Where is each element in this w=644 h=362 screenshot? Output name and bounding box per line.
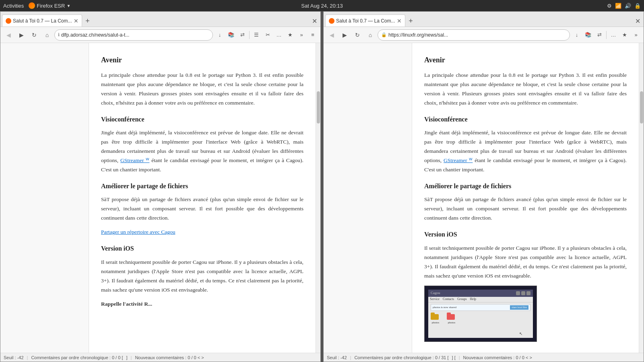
left-sync-button[interactable]: ⇄ [237, 30, 248, 40]
taskbar: Activities Firefox ESR ▼ Sat Aug 24, 20:… [0, 0, 644, 11]
right-tab-title: Salut à Toi 0.7 — La Com... [336, 18, 395, 24]
right-scroll-thumb[interactable] [640, 91, 643, 123]
right-nouveaux: Nouveaux commentaires : 0 / 0 < > [463, 355, 532, 360]
left-avenir-heading: Avenir [101, 54, 303, 66]
right-ios-text: Il serait techniquement possible de port… [424, 244, 627, 281]
right-visioconference-text: Jingle étant déjà implémenté, la visioco… [424, 128, 627, 175]
right-forward-button[interactable]: ▶ [339, 29, 350, 41]
left-browser-close[interactable]: ✕ [310, 17, 319, 25]
lock-icon[interactable]: 🔒 [634, 3, 641, 9]
right-reload-button[interactable]: ↻ [352, 29, 363, 41]
right-gstreamer-link[interactable]: GStreamer ᵂ [444, 157, 473, 163]
right-commentaires: Commentaires par ordre chronologique : 0… [354, 355, 448, 360]
left-visioconference-heading: Visioconférence [101, 114, 303, 125]
left-gstreamer-link[interactable]: GStreamer ᵂ [120, 157, 149, 163]
left-tab-close[interactable]: ✕ [74, 18, 78, 24]
right-security-icon: 🔒 [381, 32, 387, 37]
network-icon[interactable]: 📶 [615, 3, 621, 9]
left-scroll-thumb[interactable] [317, 91, 320, 123]
right-bookmarks-button[interactable]: 📚 [583, 30, 593, 40]
left-address-bar[interactable]: ℹ dlfp.adorsaz.ch/news/salut-a-t... [54, 29, 213, 41]
right-article-sidebar [324, 43, 412, 353]
right-sync-button[interactable]: ⇄ [594, 30, 605, 40]
left-content-area: Avenir La principale chose attendue pour… [0, 43, 320, 353]
thumb-max-btn [521, 291, 525, 295]
left-commentaires: Commentaires par ordre chronologique : 0… [31, 355, 123, 360]
left-article-sidebar [0, 43, 89, 353]
right-ameliorer-text: SàT propose déjà un partage de fichiers … [424, 195, 627, 223]
toolbar-separator [249, 31, 250, 39]
right-content-area: Avenir La principale chose attendue pour… [324, 43, 644, 353]
left-avenir-text: La principale chose attendue pour la 0.8… [101, 71, 303, 108]
left-tab-favicon [6, 18, 11, 24]
firefox-taskbar-item[interactable]: Firefox ESR ▼ [29, 2, 70, 9]
left-more-button[interactable]: … [274, 30, 284, 40]
right-bracket-open: ] [ [452, 355, 456, 360]
left-partager-link[interactable]: Partager un répertoire avec Cagou [101, 229, 175, 235]
right-download-button[interactable]: ↓ [572, 30, 582, 40]
thumb-folder2: photos [447, 313, 456, 325]
right-visioconference-heading: Visioconférence [424, 114, 627, 125]
left-reload-button[interactable]: ↻ [29, 29, 40, 41]
left-forward-button[interactable]: ▶ [16, 29, 27, 41]
right-tab-bar: Salut à Toi 0.7 — La Com... ✕ + ✕ [324, 12, 644, 27]
left-tab-active[interactable]: Salut à Toi 0.7 — La Com... ✕ [2, 14, 82, 27]
left-browser: Salut à Toi 0.7 — La Com... ✕ + ✕ ◀ ▶ ↻ … [0, 11, 321, 362]
right-address-bar[interactable]: 🔒 https://linuxfr.org/news/sal... [378, 29, 570, 41]
left-menu-button[interactable]: ≡ [308, 30, 318, 40]
clock: Sat Aug 24, 20:13 [301, 3, 343, 9]
left-new-tab-button[interactable]: + [82, 15, 93, 27]
right-browser-close[interactable]: ✕ [634, 17, 642, 25]
left-nouveaux: Nouveaux commentaires : 0 / 0 < > [135, 355, 204, 360]
right-article-main[interactable]: Avenir La principale chose attendue pour… [412, 43, 639, 353]
settings-icon[interactable]: ⚙ [607, 3, 612, 9]
right-screenshot-thumbnail: Cagou Service Contacts Groups [424, 286, 537, 342]
right-new-tab-button[interactable]: + [405, 15, 417, 27]
thumb-title: Cagou [431, 290, 440, 296]
left-overflow-button[interactable]: » [296, 30, 307, 40]
right-tab-close[interactable]: ✕ [397, 18, 402, 24]
right-browser: Salut à Toi 0.7 — La Com... ✕ + ✕ ◀ ▶ ↻ … [323, 11, 644, 362]
left-bookmarks-button[interactable]: 📚 [226, 30, 236, 40]
left-status-bar: Seuil : -42 | Commentaires par ordre chr… [0, 353, 320, 362]
firefox-label: Firefox ESR [37, 3, 65, 9]
right-avenir-text: La principale chose attendue pour la 0.8… [424, 71, 627, 108]
thumb-menu4: Help [470, 297, 477, 302]
left-partial-title: Rappelle l'activité R... [101, 300, 303, 309]
left-scrollbar[interactable] [316, 43, 320, 353]
system-tray: ⚙ 📶 🔊 🔒 [607, 3, 641, 9]
right-overflow-button[interactable]: » [631, 30, 641, 40]
right-url-text: https://linuxfr.org/news/sal... [388, 32, 566, 38]
right-nav-icons: ↓ 📚 ⇄ … ★ » [572, 30, 641, 40]
left-bookmark-star[interactable]: ★ [285, 30, 295, 40]
volume-icon[interactable]: 🔊 [625, 3, 631, 9]
left-download-button[interactable]: ↓ [215, 30, 225, 40]
left-back-button[interactable]: ◀ [3, 29, 14, 41]
left-home-button[interactable]: ⌂ [41, 29, 53, 41]
right-home-button[interactable]: ⌂ [365, 29, 376, 41]
right-nav-bar: ◀ ▶ ↻ ⌂ 🔒 https://linuxfr.org/news/sal..… [324, 27, 644, 43]
left-visioconference-text: Jingle étant déjà implémenté, la visioco… [101, 128, 303, 175]
thumb-menu1: Service [430, 297, 440, 302]
right-status-bar: Seuil : -42 | Commentaires par ordre chr… [324, 353, 644, 362]
thumb-min-btn [516, 291, 520, 295]
thumb-shared-text: photos is now shared [433, 305, 456, 310]
right-back-button[interactable]: ◀ [326, 29, 337, 41]
thumb-share-btn: share local files [510, 305, 528, 310]
thumb-cursor: ↖ [519, 331, 522, 337]
right-tab-active[interactable]: Salut à Toi 0.7 — La Com... ✕ [325, 14, 405, 27]
right-tab-favicon [329, 18, 334, 24]
left-article-main[interactable]: Avenir La principale chose attendue pour… [89, 43, 316, 353]
activities-button[interactable]: Activities [3, 3, 24, 9]
thumb-folder2-label: photos [448, 321, 456, 325]
left-screenshot-button[interactable]: ✂ [262, 30, 273, 40]
right-scrollbar[interactable] [639, 43, 644, 353]
right-bookmark-star[interactable]: ★ [619, 30, 630, 40]
right-avenir-heading: Avenir [424, 54, 627, 66]
right-seuil: Seuil : -42 [327, 355, 347, 360]
left-reader-button[interactable]: ☰ [251, 30, 262, 40]
right-more-button[interactable]: … [608, 30, 619, 40]
left-bracket: ] [126, 355, 127, 360]
thumb-close-btn [526, 291, 530, 295]
left-nav-icons: ↓ 📚 ⇄ ☰ ✂ … ★ » ≡ [215, 30, 318, 40]
